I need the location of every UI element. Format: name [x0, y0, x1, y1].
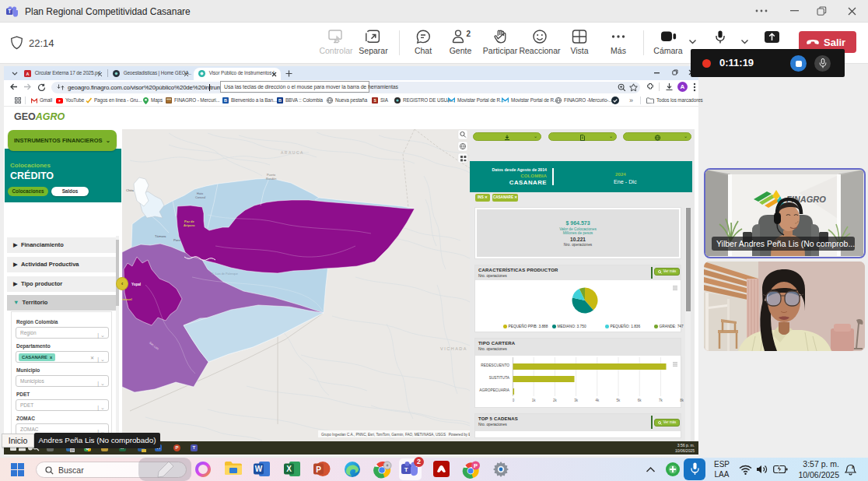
svg-text:A: A	[26, 72, 30, 76]
svg-text:Corozal: Corozal	[195, 196, 205, 199]
svg-text:1k: 1k	[532, 398, 537, 402]
svg-text:mocal: mocal	[122, 297, 132, 301]
svg-text:ARAUCA: ARAUCA	[281, 150, 304, 155]
svg-text:z: z	[852, 465, 854, 469]
svg-text:Hato: Hato	[197, 192, 203, 195]
svg-text:7k: 7k	[659, 398, 663, 402]
svg-text:B: B	[278, 98, 282, 103]
svg-text:P: P	[316, 465, 321, 474]
svg-text:8k: 8k	[680, 398, 684, 402]
svg-text:0: 0	[513, 398, 515, 402]
svg-text:Yopal: Yopal	[131, 283, 141, 286]
svg-text:Rondón: Rondón	[266, 177, 276, 181]
svg-text:T: T	[404, 466, 408, 473]
svg-text:S. Luis de Palenque: S. Luis de Palenque	[212, 272, 238, 276]
svg-text:2k: 2k	[553, 398, 558, 402]
svg-text:Chita: Chita	[126, 188, 134, 192]
svg-text:B: B	[224, 98, 227, 103]
svg-text:Pore: Pore	[173, 238, 181, 242]
svg-text:6k: 6k	[638, 398, 642, 402]
svg-text:Grupo Ingeolan C.A., PNNC, Esr: Grupo Ingeolan C.A., PNNC, Esri, TomTom,…	[321, 433, 470, 437]
svg-text:2: 2	[467, 30, 471, 38]
svg-text:3k: 3k	[574, 398, 579, 402]
svg-text:W: W	[255, 465, 263, 473]
svg-text:4k: 4k	[595, 398, 600, 402]
svg-text:Támara: Támara	[155, 234, 166, 238]
svg-text:5k: 5k	[617, 398, 621, 402]
svg-text:VICHADA: VICHADA	[440, 346, 467, 351]
svg-text:X: X	[286, 465, 292, 473]
svg-text:P: P	[474, 462, 478, 469]
svg-text:Puerto: Puerto	[267, 174, 275, 177]
svg-text:T: T	[8, 9, 11, 14]
svg-text:Ariporo: Ariporo	[184, 223, 195, 227]
